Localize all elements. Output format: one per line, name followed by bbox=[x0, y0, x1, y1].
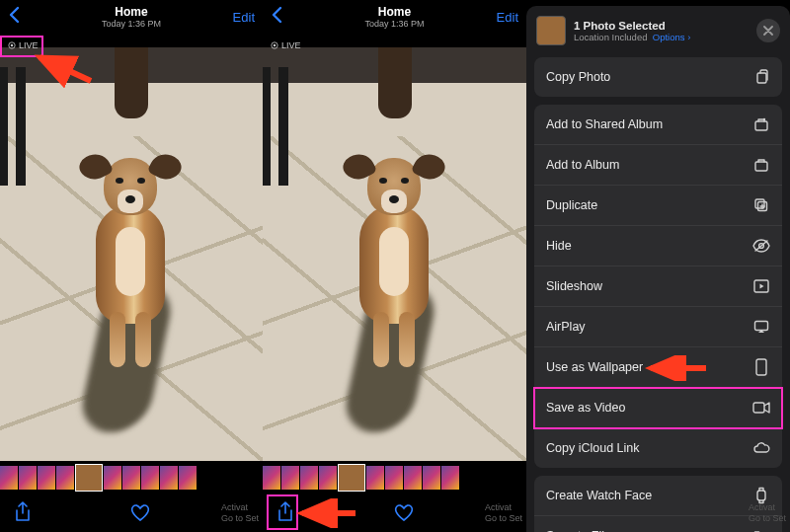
back-button[interactable] bbox=[271, 6, 304, 29]
svg-rect-15 bbox=[755, 322, 768, 331]
svg-rect-9 bbox=[755, 162, 767, 171]
svg-point-4 bbox=[274, 44, 276, 47]
svg-rect-18 bbox=[757, 491, 765, 500]
share-thumbnail bbox=[536, 16, 566, 45]
nav-header: Home Today 1:36 PM Edit bbox=[263, 0, 526, 34]
watch-icon bbox=[752, 487, 770, 504]
share-item-save-to-files[interactable]: Save to Files bbox=[534, 516, 782, 532]
share-item-label: Hide bbox=[546, 239, 572, 253]
folder-icon bbox=[752, 527, 770, 532]
header-title: Home bbox=[304, 5, 485, 19]
share-sheet-subtitle: Location Included Options › bbox=[574, 32, 749, 42]
edit-button[interactable]: Edit bbox=[485, 10, 518, 25]
heart-icon bbox=[129, 502, 151, 522]
heart-icon bbox=[393, 502, 415, 522]
share-menu-group: Add to Shared AlbumAdd to AlbumDuplicate… bbox=[534, 105, 782, 468]
thumbnail-strip[interactable] bbox=[0, 463, 263, 493]
svg-point-8 bbox=[763, 118, 765, 120]
screen-1-photo-view: Home Today 1:36 PM Edit LIVE bbox=[0, 0, 263, 532]
share-menu-group: Create Watch FaceSave to FilesAssign to … bbox=[534, 476, 782, 532]
back-button[interactable] bbox=[8, 6, 41, 29]
album-icon bbox=[752, 156, 770, 174]
live-icon bbox=[271, 41, 278, 49]
svg-rect-17 bbox=[753, 403, 764, 413]
photo-content bbox=[0, 47, 263, 461]
wallpaper-icon bbox=[752, 358, 770, 376]
live-badge: LIVE bbox=[4, 39, 42, 51]
thumbnail-strip[interactable] bbox=[263, 463, 526, 493]
share-item-duplicate[interactable]: Duplicate bbox=[534, 186, 782, 226]
close-icon bbox=[763, 26, 773, 36]
photo-viewport[interactable] bbox=[0, 34, 263, 461]
share-item-label: Add to Shared Album bbox=[546, 117, 663, 131]
share-item-label: Create Watch Face bbox=[546, 489, 652, 502]
photo-viewport[interactable] bbox=[263, 34, 526, 461]
share-menu-group: Copy Photo bbox=[534, 57, 782, 97]
share-item-label: AirPlay bbox=[546, 320, 586, 334]
share-sheet-title: 1 Photo Selected bbox=[574, 20, 749, 32]
live-label: LIVE bbox=[19, 40, 39, 50]
svg-rect-6 bbox=[757, 73, 766, 83]
share-button[interactable] bbox=[14, 501, 32, 523]
share-item-label: Copy Photo bbox=[546, 70, 610, 84]
share-sheet: 1 Photo Selected Location Included Optio… bbox=[526, 6, 790, 532]
share-options-link[interactable]: Options › bbox=[653, 32, 691, 42]
svg-rect-16 bbox=[756, 359, 766, 375]
share-item-label: Slideshow bbox=[546, 279, 602, 293]
favorite-button[interactable] bbox=[129, 502, 151, 522]
favorite-button[interactable] bbox=[393, 502, 415, 522]
share-item-airplay[interactable]: AirPlay bbox=[534, 307, 782, 347]
svg-point-1 bbox=[11, 44, 14, 47]
video-icon bbox=[752, 399, 770, 417]
play-icon bbox=[752, 277, 770, 295]
hide-icon bbox=[752, 237, 770, 255]
svg-rect-7 bbox=[755, 121, 767, 130]
share-item-copy-photo[interactable]: Copy Photo bbox=[534, 57, 782, 97]
share-sheet-header: 1 Photo Selected Location Included Optio… bbox=[526, 6, 790, 57]
airplay-icon bbox=[752, 318, 770, 336]
share-item-label: Duplicate bbox=[546, 198, 597, 212]
share-item-slideshow[interactable]: Slideshow bbox=[534, 266, 782, 307]
watermark: ActivatGo to Set bbox=[485, 502, 522, 524]
header-subtitle: Today 1:36 PM bbox=[304, 19, 485, 29]
share-item-label: Save as Video bbox=[546, 401, 625, 415]
share-icon bbox=[14, 501, 32, 523]
share-button[interactable] bbox=[276, 501, 294, 523]
edit-button[interactable]: Edit bbox=[221, 10, 255, 25]
share-icon bbox=[276, 501, 294, 523]
watermark: ActivatGo to Set bbox=[749, 502, 786, 524]
header-subtitle: Today 1:36 PM bbox=[41, 19, 221, 29]
svg-line-13 bbox=[755, 241, 767, 251]
share-item-copy-icloud-link[interactable]: Copy iCloud Link bbox=[534, 428, 782, 468]
share-item-use-as-wallpaper[interactable]: Use as Wallpaper bbox=[534, 347, 782, 388]
share-item-label: Use as Wallpaper bbox=[546, 360, 643, 374]
screen-2-photo-view: Home Today 1:36 PM Edit LIVE bbox=[263, 0, 526, 532]
copy-icon bbox=[752, 68, 770, 86]
header-title-block: Home Today 1:36 PM bbox=[41, 5, 221, 29]
watermark: ActivatGo to Set bbox=[221, 502, 259, 524]
live-badge: LIVE bbox=[267, 39, 305, 51]
live-label: LIVE bbox=[281, 40, 301, 50]
header-title-block: Home Today 1:36 PM bbox=[304, 5, 485, 29]
share-item-label: Add to Album bbox=[546, 158, 619, 172]
share-item-hide[interactable]: Hide bbox=[534, 226, 782, 266]
header-title: Home bbox=[41, 5, 221, 19]
share-item-add-to-album[interactable]: Add to Album bbox=[534, 145, 782, 186]
share-item-save-as-video[interactable]: Save as Video bbox=[534, 388, 782, 428]
live-icon bbox=[8, 41, 16, 49]
share-menu[interactable]: Copy PhotoAdd to Shared AlbumAdd to Albu… bbox=[526, 57, 790, 532]
close-button[interactable] bbox=[756, 19, 780, 42]
share-item-label: Copy iCloud Link bbox=[546, 441, 640, 455]
cloud-icon bbox=[752, 439, 770, 457]
nav-header: Home Today 1:36 PM Edit bbox=[0, 0, 263, 34]
screen-3-share-sheet: 1 Photo Selected Location Included Optio… bbox=[526, 0, 790, 532]
photo-content bbox=[263, 47, 526, 461]
duplicate-icon bbox=[752, 196, 770, 214]
shared-album-icon bbox=[752, 115, 770, 133]
share-item-create-watch-face[interactable]: Create Watch Face bbox=[534, 476, 782, 516]
share-item-add-to-shared-album[interactable]: Add to Shared Album bbox=[534, 105, 782, 145]
